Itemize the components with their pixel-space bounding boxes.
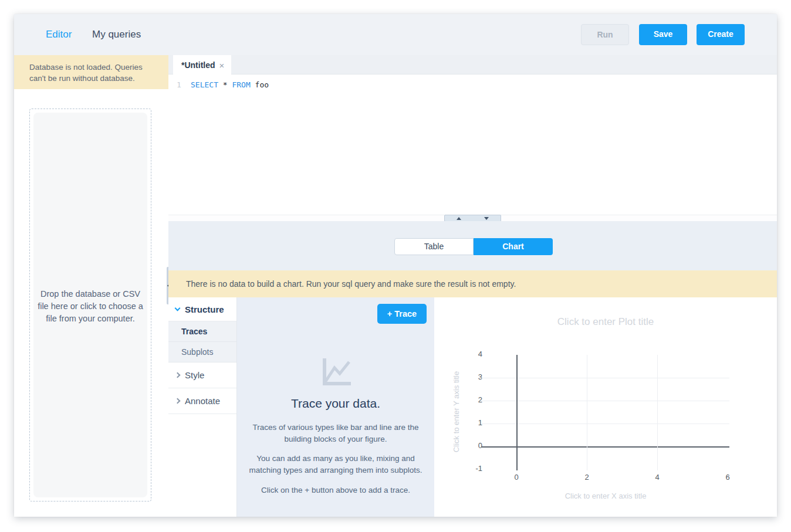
sidebar-item-annotate[interactable]: Annotate <box>168 388 236 414</box>
x-tick-label: 0 <box>505 473 528 482</box>
sql-keyword-from: FROM <box>232 80 250 89</box>
chart-editor-sidebar: Structure Traces Subplots Style Annotate <box>168 297 237 517</box>
app-window: Editor My queries Run Save Create Databa… <box>14 14 777 517</box>
nav-tab-editor[interactable]: Editor <box>46 14 72 55</box>
y-tick-label: 3 <box>458 372 482 381</box>
main-area: *Untitled × 1 SELECT * FROM foo Table Ch… <box>168 55 777 517</box>
chevron-right-icon <box>175 372 181 378</box>
sidebar-item-structure[interactable]: Structure <box>168 297 236 321</box>
arrow-up-icon <box>457 217 461 220</box>
sql-code-text: SELECT * FROM foo <box>191 80 269 90</box>
close-tab-icon[interactable]: × <box>219 60 225 70</box>
query-tab-untitled[interactable]: *Untitled × <box>173 55 231 75</box>
no-data-warning-banner: There is no data to build a chart. Run y… <box>168 270 777 297</box>
view-toggle: Table Chart <box>394 238 553 255</box>
y-tick-label: 4 <box>458 350 482 358</box>
gridline-h <box>481 401 729 401</box>
zero-line-y <box>516 355 518 470</box>
y-tick-label: 2 <box>458 395 482 404</box>
x-axis-title-placeholder[interactable]: Click to enter X axis title <box>434 492 777 500</box>
editor-results-resizer[interactable] <box>168 215 777 221</box>
database-warning-banner: Database is not loaded. Queries can't be… <box>14 55 168 89</box>
run-button[interactable]: Run <box>581 24 629 45</box>
nav-tab-my-queries[interactable]: My queries <box>92 14 141 55</box>
zero-line-x <box>481 446 729 448</box>
sql-keyword-select: SELECT <box>191 80 218 89</box>
line-number: 1 <box>177 80 181 90</box>
traces-label: Traces <box>181 327 207 336</box>
chart-view-button[interactable]: Chart <box>474 238 553 255</box>
query-tab-bar: *Untitled × <box>168 55 777 74</box>
x-tick-label: 4 <box>645 473 669 482</box>
sql-table-name: foo <box>251 80 269 89</box>
y-axis-title-placeholder[interactable]: Click to enter Y axis title <box>452 371 461 452</box>
sidebar-item-style[interactable]: Style <box>168 362 236 388</box>
gridline-h <box>481 423 729 424</box>
file-dropzone[interactable]: Drop the database or CSV file here or cl… <box>29 109 151 501</box>
create-button[interactable]: Create <box>697 24 745 45</box>
database-sidebar: Database is not loaded. Queries can't be… <box>14 55 168 517</box>
sidebar-item-traces[interactable]: Traces <box>168 321 236 342</box>
structure-label: Structure <box>185 304 224 314</box>
empty-state-body-1: Traces of various types like bar and lin… <box>246 422 425 445</box>
table-view-button[interactable]: Table <box>394 238 474 255</box>
file-dropzone-label: Drop the database or CSV file here or cl… <box>36 288 145 325</box>
sidebar-item-subplots[interactable]: Subplots <box>168 342 236 362</box>
x-tick-label: 2 <box>575 473 599 482</box>
style-label: Style <box>185 370 204 380</box>
query-tab-title: *Untitled <box>181 60 215 70</box>
empty-state-heading: Trace your data. <box>237 397 434 411</box>
chevron-right-icon <box>175 398 181 404</box>
x-tick-label: 6 <box>716 473 739 482</box>
plot-title-placeholder[interactable]: Click to enter Plot title <box>434 316 777 328</box>
y-tick-label: 1 <box>458 418 482 427</box>
gridline-v <box>657 355 658 470</box>
sql-editor[interactable]: 1 SELECT * FROM foo <box>168 75 777 215</box>
gridline-h <box>481 378 729 378</box>
annotate-label: Annotate <box>185 396 220 406</box>
chart-editor: Structure Traces Subplots Style Annotate <box>168 297 777 517</box>
traces-panel: + Trace Trace your data. Traces of vario… <box>237 297 434 517</box>
subplots-label: Subplots <box>181 347 213 357</box>
gridline-v <box>587 355 587 470</box>
sql-operator: * <box>218 80 232 89</box>
plot-preview: Click to enter Plot title Click to enter… <box>434 297 777 517</box>
y-tick-label: 0 <box>458 441 482 450</box>
save-button[interactable]: Save <box>639 24 687 45</box>
y-tick-label: -1 <box>458 464 482 473</box>
results-panel: Table Chart <box>168 221 777 270</box>
line-chart-icon <box>320 356 351 389</box>
top-header: Editor My queries Run Save Create <box>14 14 777 55</box>
arrow-down-icon <box>484 217 489 220</box>
empty-state-body-3: Click on the + button above to add a tra… <box>246 484 425 496</box>
add-trace-button[interactable]: + Trace <box>377 304 427 324</box>
empty-state-body-2: You can add as many as you like, mixing … <box>246 453 425 476</box>
chevron-down-icon <box>175 306 181 311</box>
